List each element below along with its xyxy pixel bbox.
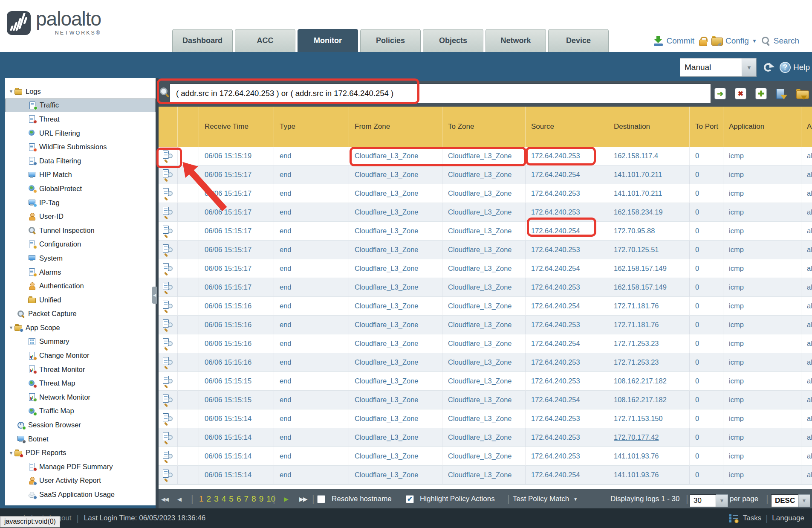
cell-from-zone[interactable]: Cloudflare_L3_Zone xyxy=(355,189,419,197)
help-button[interactable]: ? Help xyxy=(780,62,810,73)
cell-destination[interactable]: 108.162.217.182 xyxy=(614,377,667,385)
cell-to-zone[interactable]: Cloudflare_L3_Zone xyxy=(448,283,512,291)
cell-to-zone[interactable]: Cloudflare_L3_Zone xyxy=(448,302,512,310)
tab-device[interactable]: Device xyxy=(548,29,609,52)
cell-from-zone[interactable]: Cloudflare_L3_Zone xyxy=(355,415,419,423)
cell-source[interactable]: 172.64.240.253 xyxy=(531,208,580,216)
cell-application[interactable]: icmp xyxy=(729,227,744,235)
log-detail-icon[interactable] xyxy=(162,226,173,237)
cell-action[interactable]: allow xyxy=(807,264,812,273)
page-number-8[interactable]: 8 xyxy=(251,494,256,504)
cell-destination[interactable]: 172.70.95.88 xyxy=(614,227,655,235)
first-page-button[interactable]: ◀◀ xyxy=(161,489,168,509)
sidebar-item-data-filtering[interactable]: Data Filtering xyxy=(5,154,156,168)
column-header-from-zone[interactable]: From Zone xyxy=(349,107,442,147)
cell-to-port[interactable]: 0 xyxy=(695,189,699,197)
cell-from-zone[interactable]: Cloudflare_L3_Zone xyxy=(355,339,419,348)
cell-application[interactable]: icmp xyxy=(729,264,744,273)
sidebar-item-packet-capture[interactable]: Packet Capture xyxy=(5,307,156,321)
log-table-row[interactable]: 06/06 15:15:15 end Cloudflare_L3_Zone Cl… xyxy=(159,372,812,391)
log-table-row[interactable]: 06/06 15:15:15 end Cloudflare_L3_Zone Cl… xyxy=(159,391,812,409)
page-number-5[interactable]: 5 xyxy=(229,494,234,504)
cell-application[interactable]: icmp xyxy=(729,189,744,197)
cell-source[interactable]: 172.64.240.253 xyxy=(531,189,580,197)
page-number-7[interactable]: 7 xyxy=(244,494,249,504)
log-detail-icon[interactable] xyxy=(162,432,173,443)
last-page-button[interactable]: ▶▶ xyxy=(299,489,307,509)
cell-action[interactable]: allow xyxy=(807,152,812,160)
cell-from-zone[interactable]: Cloudflare_L3_Zone xyxy=(355,321,419,329)
cell-to-zone[interactable]: Cloudflare_L3_Zone xyxy=(448,377,512,385)
cell-action[interactable]: allow xyxy=(807,321,812,329)
log-detail-icon[interactable] xyxy=(162,319,173,331)
clear-filter-button[interactable]: ✖ xyxy=(735,88,746,99)
log-table-row[interactable]: 06/06 15:15:16 end Cloudflare_L3_Zone Cl… xyxy=(159,353,812,372)
tab-acc[interactable]: ACC xyxy=(235,29,295,52)
column-header-to-zone[interactable]: To Zone xyxy=(442,107,526,147)
apply-filter-button[interactable]: ➜ xyxy=(714,88,726,99)
cell-to-zone[interactable]: Cloudflare_L3_Zone xyxy=(448,433,512,441)
cell-destination[interactable]: 172.71.253.23 xyxy=(614,358,659,366)
page-number-2[interactable]: 2 xyxy=(207,494,211,504)
cell-from-zone[interactable]: Cloudflare_L3_Zone xyxy=(355,452,419,460)
cell-to-port[interactable]: 0 xyxy=(695,302,699,310)
commit-button[interactable]: Commit xyxy=(653,36,694,46)
cell-action[interactable]: allow xyxy=(807,377,812,385)
cell-to-port[interactable]: 0 xyxy=(695,339,699,348)
cell-action[interactable]: allow xyxy=(807,208,812,216)
highlight-policy-actions-checkbox[interactable]: ✔ xyxy=(406,495,414,503)
sidebar-item-app-scope[interactable]: ▼App Scope xyxy=(5,321,156,335)
cell-to-port[interactable]: 0 xyxy=(695,471,699,479)
log-table-row[interactable]: 06/06 15:15:17 end Cloudflare_L3_Zone Cl… xyxy=(159,241,812,259)
cell-from-zone[interactable]: Cloudflare_L3_Zone xyxy=(355,471,419,479)
cell-destination[interactable]: 141.101.93.76 xyxy=(614,452,659,460)
cell-to-zone[interactable]: Cloudflare_L3_Zone xyxy=(448,246,512,254)
cell-application[interactable]: icmp xyxy=(729,171,744,179)
column-header-destination[interactable]: Destination xyxy=(608,107,690,147)
cell-source[interactable]: 172.64.240.254 xyxy=(531,227,580,235)
column-header-to-port[interactable]: To Port xyxy=(690,107,723,147)
log-filter-input[interactable] xyxy=(170,84,711,103)
cell-to-port[interactable]: 0 xyxy=(695,264,699,273)
test-policy-match-button[interactable]: Test Policy Match ▼ xyxy=(513,489,578,509)
cell-application[interactable]: icmp xyxy=(729,433,744,441)
log-detail-icon[interactable] xyxy=(162,169,173,180)
tab-objects[interactable]: Objects xyxy=(423,29,483,52)
cell-to-port[interactable]: 0 xyxy=(695,171,699,179)
page-number-3[interactable]: 3 xyxy=(214,494,219,504)
sidebar-item-system[interactable]: System xyxy=(5,251,156,265)
column-header-application[interactable]: Application xyxy=(723,107,801,147)
cell-to-zone[interactable]: Cloudflare_L3_Zone xyxy=(448,452,512,460)
cell-source[interactable]: 172.64.240.253 xyxy=(531,358,580,366)
cell-from-zone[interactable]: Cloudflare_L3_Zone xyxy=(355,208,419,216)
refresh-mode-caret-icon[interactable]: ▼ xyxy=(742,58,756,76)
cell-action[interactable]: allow xyxy=(807,302,812,310)
log-detail-icon[interactable] xyxy=(162,263,173,274)
sidebar-item-unified[interactable]: Unified xyxy=(5,293,156,307)
sidebar-item-ip-tag[interactable]: IP-Tag xyxy=(5,196,156,210)
tab-dashboard[interactable]: Dashboard xyxy=(172,29,233,52)
cell-action[interactable]: allow xyxy=(807,433,812,441)
sidebar-item-url-filtering[interactable]: URL Filtering xyxy=(5,126,156,140)
cell-action[interactable]: allow xyxy=(807,227,812,235)
per-page-caret-icon[interactable]: ▼ xyxy=(716,494,728,507)
sidebar-item-globalprotect[interactable]: GlobalProtect xyxy=(5,182,156,196)
sidebar-item-traffic-map[interactable]: Traffic Map xyxy=(5,404,156,418)
cell-to-zone[interactable]: Cloudflare_L3_Zone xyxy=(448,471,512,479)
sidebar-item-alarms[interactable]: Alarms xyxy=(5,265,156,279)
cell-destination[interactable]: 172.71.181.76 xyxy=(614,321,659,329)
add-filter-button[interactable]: ✚ xyxy=(755,88,767,99)
cell-source[interactable]: 172.64.240.254 xyxy=(531,302,580,310)
sidebar-item-summary[interactable]: Summary xyxy=(5,335,156,349)
cell-source[interactable]: 172.64.240.253 xyxy=(531,452,580,460)
cell-to-port[interactable]: 0 xyxy=(695,208,699,216)
cell-application[interactable]: icmp xyxy=(729,377,744,385)
cell-to-port[interactable]: 0 xyxy=(695,396,699,404)
column-header-source[interactable]: Source xyxy=(526,107,608,147)
sidebar-item-threat[interactable]: Threat xyxy=(5,112,156,126)
cell-application[interactable]: icmp xyxy=(729,246,744,254)
log-table-row[interactable]: 06/06 15:15:19 end Cloudflare_L3_Zone Cl… xyxy=(159,147,812,165)
cell-to-zone[interactable]: Cloudflare_L3_Zone xyxy=(448,396,512,404)
sidebar-item-manage-pdf-summary[interactable]: Manage PDF Summary xyxy=(5,460,156,474)
cell-from-zone[interactable]: Cloudflare_L3_Zone xyxy=(355,227,419,235)
